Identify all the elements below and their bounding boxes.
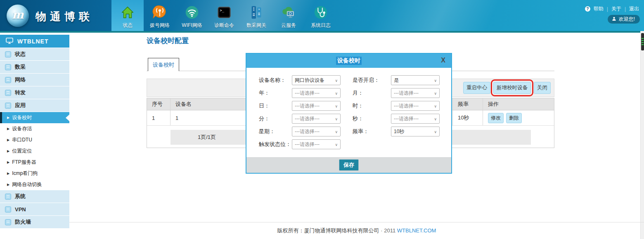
gateway-icon — [248, 4, 265, 21]
nav-item-dialup-network[interactable]: 拨号网络 — [144, 0, 176, 31]
sidebar-item-network[interactable]: 网络 — [0, 74, 69, 86]
logout-link[interactable]: 退出 — [629, 5, 639, 12]
sidebar: WTBLNET 状态 数采 网络 转发 应用 ▶ 设备校时 ▶ 设备存活 ▶ 串… — [0, 35, 69, 229]
welcome-text: 欢迎您! — [619, 16, 635, 23]
col-header-no: 序号 — [147, 98, 170, 110]
chevron-down-icon — [434, 103, 437, 109]
trigger-status-select[interactable]: ---请选择--- — [292, 139, 341, 149]
sidebar-subitem-serial-dtu[interactable]: ▶ 串口DTU — [0, 134, 69, 146]
sidebar-subitem-device-timing[interactable]: ▶ 设备校时 — [0, 112, 69, 123]
chevron-down-icon — [434, 77, 437, 83]
month-label: 月： — [353, 89, 391, 97]
brand-logo-icon: m — [7, 5, 29, 27]
list-icon — [5, 90, 11, 96]
modal-footer: 保存 — [246, 157, 451, 173]
chevron-down-icon — [335, 129, 338, 134]
add-timing-device-button[interactable]: 新增校时设备 — [493, 82, 531, 94]
nav-item-diagnostic-command[interactable]: >_ 诊断命令 — [208, 0, 240, 31]
chevron-down-icon — [434, 129, 437, 134]
week-label: 星期： — [259, 128, 292, 135]
modal-header: 设备校时 X — [246, 54, 451, 68]
page-title: 设备校时配置 — [147, 36, 189, 45]
top-header: m 物通博联 状态 拨号网络 WIFI网络 >_ 诊断命令 — [0, 0, 644, 31]
chevron-down-icon — [335, 103, 338, 109]
welcome-badge[interactable]: 欢迎您! — [608, 15, 640, 24]
sidebar-subitem-icmp-watchdog[interactable]: ▶ Icmp看门狗 — [0, 168, 69, 179]
chevron-down-icon — [335, 77, 338, 83]
nav-item-system-log[interactable]: 系统日志 — [305, 0, 337, 31]
list-icon — [5, 51, 11, 57]
sidebar-item-data-acquisition[interactable]: 数采 — [0, 61, 69, 73]
minute-label: 分： — [259, 115, 292, 122]
hour-select[interactable]: ---请选择--- — [391, 101, 440, 111]
wtblnet-link[interactable]: WTBLNET.COM — [397, 227, 436, 234]
week-select[interactable]: ---请选择--- — [292, 127, 341, 136]
top-nav: 状态 拨号网络 WIFI网络 >_ 诊断命令 数采网关 — [111, 0, 337, 31]
arrow-right-icon: ▶ — [7, 127, 9, 131]
sidebar-item-vpn[interactable]: VPN — [0, 203, 69, 215]
delete-button[interactable]: 删除 — [506, 113, 522, 123]
help-icon: ? — [585, 6, 590, 12]
chevron-down-icon — [335, 141, 338, 147]
sidebar-item-system[interactable]: 系统 — [0, 190, 69, 203]
stethoscope-icon — [312, 4, 329, 21]
footer-divider — [69, 222, 644, 222]
sidebar-subitem-location[interactable]: ▶ 位置定位 — [0, 146, 69, 157]
restart-center-button[interactable]: 重启中心 — [463, 82, 490, 94]
modal-form: 设备名称： 网口协议设备 是否开启： 是 年： ---请选择--- 月： ---… — [246, 68, 451, 149]
copyright-year: · 2011 — [381, 227, 395, 234]
nav-item-data-gateway[interactable]: 数采网关 — [240, 0, 272, 31]
cell-frequency: 10秒 — [453, 110, 483, 125]
scrollbar-thumb[interactable] — [641, 33, 644, 50]
enable-select[interactable]: 是 — [391, 75, 440, 85]
chevron-down-icon — [335, 90, 338, 96]
wifi-icon — [183, 4, 201, 21]
year-select[interactable]: ---请选择--- — [292, 88, 341, 98]
col-header-operation: 操作 — [483, 98, 554, 110]
arrow-right-icon: ▶ — [7, 138, 9, 142]
day-select[interactable]: ---请选择--- — [292, 101, 341, 111]
arrow-right-icon: ▶ — [7, 149, 9, 153]
hour-label: 时： — [353, 102, 391, 110]
modal-title: 设备校时 — [336, 57, 362, 65]
arrow-right-icon: ▶ — [7, 172, 9, 175]
scrollbar-track[interactable] — [640, 31, 644, 239]
minute-select[interactable]: ---请选择--- — [292, 114, 341, 124]
second-label: 秒： — [353, 115, 391, 122]
nav-item-wifi-network[interactable]: WIFI网络 — [176, 0, 208, 31]
device-timing-modal: 设备校时 X 设备名称： 网口协议设备 是否开启： 是 年： ---请选择---… — [246, 53, 452, 174]
sidebar-item-application[interactable]: 应用 — [0, 99, 69, 112]
sidebar-item-status[interactable]: 状态 — [0, 48, 69, 60]
list-icon — [5, 206, 11, 213]
list-icon — [5, 77, 11, 83]
device-name-select[interactable]: 网口协议设备 — [292, 75, 341, 85]
nav-item-cloud-service[interactable]: 云服务 — [272, 0, 305, 31]
sidebar-header: WTBLNET — [0, 35, 69, 48]
about-link[interactable]: 关于 — [611, 5, 621, 12]
month-select[interactable]: ---请选择--- — [391, 88, 440, 98]
sidebar-item-firewall[interactable]: 防火墙 — [0, 216, 69, 228]
list-icon — [5, 219, 11, 225]
modify-button[interactable]: 修改 — [488, 113, 504, 123]
sidebar-subitem-network-auto-switch[interactable]: ▶ 网络自动切换 — [0, 179, 69, 190]
chevron-down-icon — [434, 90, 437, 96]
cell-no: 1 — [147, 110, 170, 125]
tab-device-timing[interactable]: 设备校时 — [148, 58, 179, 71]
sidebar-subitem-ftp-server[interactable]: ▶ FTP服务器 — [0, 157, 69, 168]
second-select[interactable]: ---请选择--- — [391, 114, 440, 124]
cell-operation: 修改 删除 — [483, 110, 554, 125]
sidebar-item-forwarding[interactable]: 转发 — [0, 86, 69, 99]
svg-text:>_: >_ — [220, 8, 225, 12]
arrow-right-icon: ▶ — [7, 183, 9, 186]
day-label: 日： — [259, 102, 292, 110]
frequency-select[interactable]: 10秒 — [391, 127, 440, 136]
frequency-label: 频率： — [353, 128, 391, 135]
sidebar-title: WTBLNET — [17, 38, 48, 45]
help-link[interactable]: 帮助 — [594, 5, 604, 12]
dialup-network-icon — [151, 4, 168, 21]
close-button[interactable]: 关闭 — [534, 82, 551, 94]
close-icon[interactable]: X — [441, 57, 445, 64]
sidebar-subitem-device-keepalive[interactable]: ▶ 设备存活 — [0, 123, 69, 134]
save-button[interactable]: 保存 — [339, 159, 359, 171]
nav-item-status[interactable]: 状态 — [111, 0, 144, 31]
